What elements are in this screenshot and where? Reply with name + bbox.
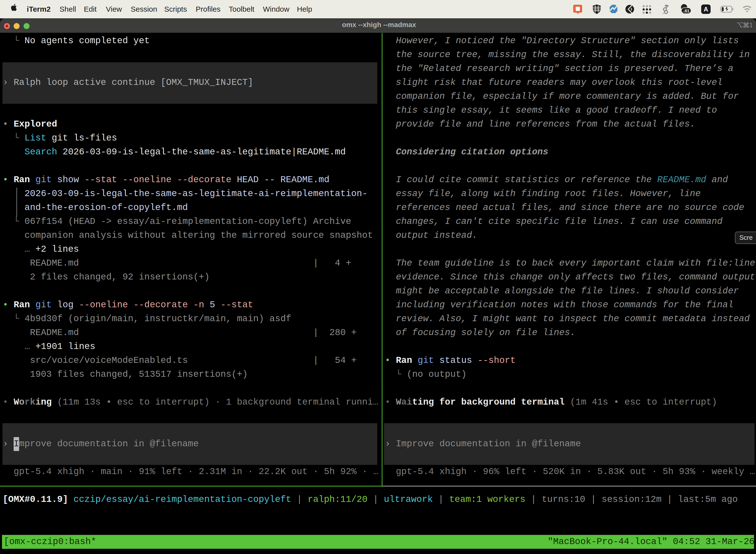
svg-text:..61: ..61 (682, 9, 689, 13)
svg-text:1: 1 (749, 22, 752, 28)
svg-text:A: A (704, 6, 708, 13)
